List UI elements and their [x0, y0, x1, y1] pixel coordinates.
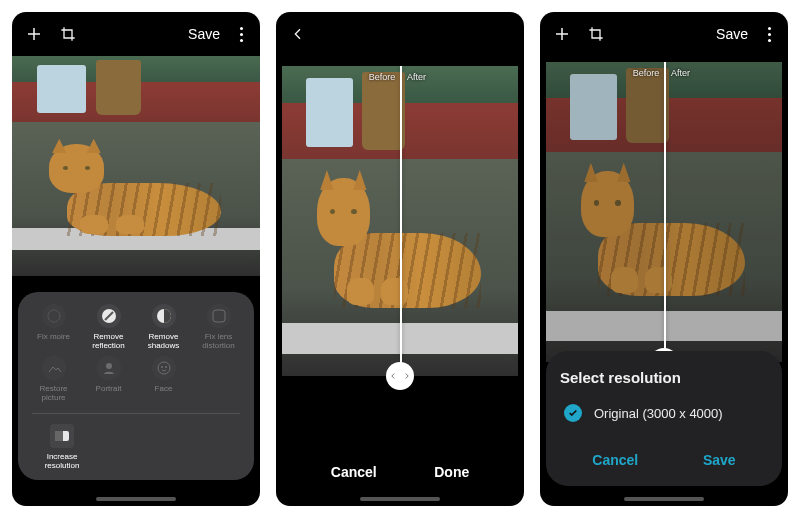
portrait-icon: [97, 356, 121, 380]
more-icon[interactable]: [762, 27, 776, 42]
tool-fix-moire[interactable]: Fix moire: [27, 304, 81, 350]
compare-preview[interactable]: Before After: [282, 66, 518, 376]
add-icon[interactable]: [24, 24, 44, 44]
bottom-actions: Cancel Done: [276, 464, 524, 480]
back-icon[interactable]: [288, 24, 308, 44]
resolution-option[interactable]: Original (3000 x 4000): [560, 402, 768, 424]
svg-rect-9: [55, 431, 63, 441]
tool-remove-reflection[interactable]: Remove reflection: [82, 304, 136, 350]
shadows-icon: [152, 304, 176, 328]
restore-icon: [42, 356, 66, 380]
tool-increase-resolution[interactable]: Increase resolution: [32, 424, 92, 470]
reflection-icon: [97, 304, 121, 328]
topbar: Save: [12, 12, 260, 56]
screen-resolution-dialog: Save Before After Select resolution Ori: [540, 12, 788, 506]
svg-point-7: [165, 366, 167, 368]
tool-face[interactable]: Face: [137, 356, 191, 402]
lens-icon: [207, 304, 231, 328]
dialog-title: Select resolution: [560, 369, 768, 386]
svg-point-0: [48, 310, 60, 322]
increase-resolution-icon: [50, 424, 74, 448]
svg-point-5: [158, 362, 170, 374]
home-indicator: [624, 497, 704, 501]
save-button[interactable]: Save: [188, 26, 220, 42]
radio-checked-icon: [564, 404, 582, 422]
photo-preview: [12, 56, 260, 276]
tool-remove-shadows[interactable]: Remove shadows: [137, 304, 191, 350]
compare-preview: Before After: [546, 62, 782, 362]
home-indicator: [96, 497, 176, 501]
screen-compare: Before After Cancel Done: [276, 12, 524, 506]
dialog-save-button[interactable]: Save: [697, 444, 742, 476]
tool-restore-picture[interactable]: Restore picture: [27, 356, 81, 402]
svg-point-6: [161, 366, 163, 368]
resolution-option-label: Original (3000 x 4000): [594, 406, 723, 421]
done-button[interactable]: Done: [434, 464, 469, 480]
crop-icon[interactable]: [58, 24, 78, 44]
tool-fix-lens-distortion[interactable]: Fix lens distortion: [192, 304, 246, 350]
topbar: Save: [540, 12, 788, 56]
resolution-dialog: Select resolution Original (3000 x 4000)…: [546, 351, 782, 486]
more-icon[interactable]: [234, 27, 248, 42]
home-indicator: [360, 497, 440, 501]
add-icon[interactable]: [552, 24, 572, 44]
crop-icon[interactable]: [586, 24, 606, 44]
dialog-cancel-button[interactable]: Cancel: [586, 444, 644, 476]
divider: [32, 413, 240, 414]
topbar: [276, 12, 524, 56]
face-icon: [152, 356, 176, 380]
save-button[interactable]: Save: [716, 26, 748, 42]
tools-sheet: Fix moire Remove reflection Remove shado…: [18, 292, 254, 480]
cancel-button[interactable]: Cancel: [331, 464, 377, 480]
svg-point-4: [106, 363, 112, 369]
svg-rect-3: [213, 310, 225, 322]
moire-icon: [42, 304, 66, 328]
screen-tools: Save Fix moire Remove reflection Remove …: [12, 12, 260, 506]
tool-portrait[interactable]: Portrait: [82, 356, 136, 402]
